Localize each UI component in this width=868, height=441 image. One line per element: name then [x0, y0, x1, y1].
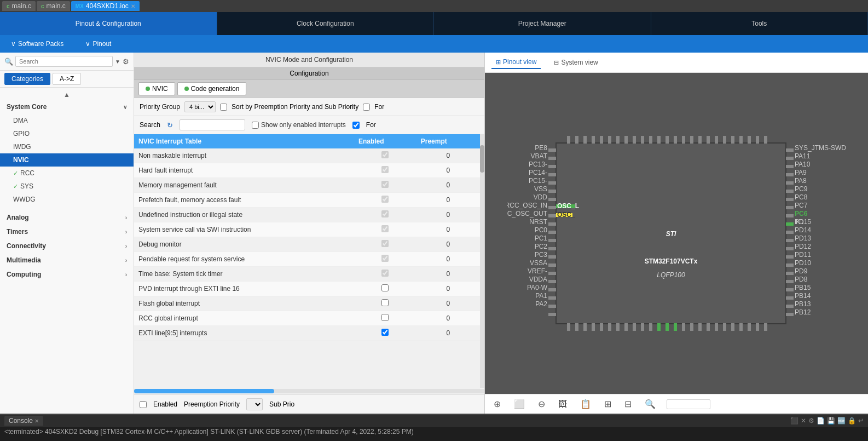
sidebar-tab-az[interactable]: A->Z	[53, 73, 81, 85]
svg-rect-86	[786, 231, 794, 234]
nav-tab-project[interactable]: Project Manager	[434, 12, 651, 35]
nav-tab-pinout[interactable]: Pinout & Configuration	[0, 12, 217, 35]
enabled-cell[interactable]	[354, 267, 416, 282]
search-input[interactable]	[15, 56, 113, 67]
content-area: 🔍 ▼ ⚙ Categories A->Z ▲ System Core ∨ DM…	[0, 53, 868, 414]
fit-view-icon[interactable]: ⬜	[512, 398, 527, 410]
enabled-cell[interactable]	[354, 252, 416, 267]
settings-icon[interactable]: ⚙	[123, 58, 129, 66]
export-image-icon[interactable]: 🖼	[556, 398, 569, 410]
enabled-checkbox[interactable]	[381, 329, 389, 336]
console-copy-icon[interactable]: 📄	[817, 417, 825, 425]
pinout-search-input[interactable]	[667, 399, 710, 409]
enabled-checkbox[interactable]	[381, 196, 389, 203]
category-computing[interactable]: Computing ›	[0, 267, 134, 282]
console-save-icon[interactable]: 💾	[827, 417, 835, 425]
search-refresh-icon[interactable]: ↻	[167, 121, 173, 129]
category-analog[interactable]: Analog ›	[0, 210, 134, 225]
nav-tab-clock[interactable]: Clock Configuration	[217, 12, 435, 35]
horizontal-scrollbar[interactable]	[134, 389, 484, 393]
sidebar-item-sys[interactable]: ✓ SYS	[0, 180, 134, 193]
sidebar-item-iwdg[interactable]: IWDG	[0, 140, 134, 153]
scroll-up-button[interactable]: ▲	[0, 90, 134, 100]
enabled-cell[interactable]	[354, 237, 416, 252]
console-scroll-lock-icon[interactable]: 🔒	[848, 417, 856, 425]
svg-text:PA1: PA1	[535, 292, 547, 300]
main-panel-wrapper: NVIC Mode and Configuration Configuratio…	[134, 53, 485, 414]
enabled-checkbox[interactable]	[381, 166, 389, 173]
enabled-cell[interactable]	[354, 163, 416, 178]
pinout-tab-system[interactable]: ⊟ System view	[549, 56, 602, 68]
nvic-table-wrapper[interactable]: NVIC Interrupt Table Enabled Preempt Non…	[134, 134, 480, 388]
console-stop-icon[interactable]: ⬛	[790, 417, 798, 425]
svg-text:PD9: PD9	[795, 267, 808, 275]
enabled-checkbox[interactable]	[381, 284, 389, 291]
nav-tab-tools[interactable]: Tools	[651, 12, 869, 35]
console-new-icon[interactable]: 🆕	[837, 417, 846, 425]
sort-checkbox[interactable]	[220, 104, 227, 111]
console-clear-icon[interactable]: ✕	[801, 417, 806, 425]
pinout-tab-view[interactable]: ⊞ Pinout view	[491, 56, 541, 69]
enabled-cell[interactable]	[354, 311, 416, 326]
enabled-checkbox[interactable]	[381, 181, 389, 188]
enabled-cell[interactable]	[354, 178, 416, 193]
split-view-icon[interactable]: ⊞	[602, 398, 614, 410]
enabled-cell[interactable]	[354, 296, 416, 311]
search-filter-input[interactable]	[180, 119, 245, 130]
enabled-checkbox[interactable]	[381, 210, 389, 217]
enabled-checkbox[interactable]	[381, 314, 389, 321]
file-tab-main-c-1[interactable]: c main.c	[2, 1, 36, 11]
force-checkbox-2[interactable]	[352, 122, 360, 129]
sub-nav-pinout[interactable]: ∨ Pinout	[85, 40, 111, 48]
config-tab-nvic[interactable]: NVIC	[138, 82, 175, 95]
console-wrap-icon[interactable]: ↵	[858, 417, 864, 425]
category-connectivity[interactable]: Connectivity ›	[0, 239, 134, 253]
sidebar-item-dma[interactable]: DMA	[0, 114, 134, 127]
priority-group-select[interactable]: 4 bi...	[184, 101, 216, 112]
file-tab-close-icon[interactable]: ✕	[131, 3, 135, 9]
enabled-cell[interactable]	[354, 193, 416, 208]
export-file-icon[interactable]: 📋	[578, 398, 593, 410]
dropdown-icon[interactable]: ▼	[115, 59, 120, 65]
enabled-cell[interactable]	[354, 282, 416, 296]
table-row: Non maskable interrupt0	[134, 148, 480, 163]
sidebar-tab-categories[interactable]: Categories	[4, 73, 50, 85]
file-tab-main-c-2[interactable]: c main.c	[37, 1, 70, 11]
file-tab-ioc[interactable]: MX 404SXKD1.ioc ✕	[71, 1, 140, 11]
zoom-in-icon[interactable]: ⊕	[491, 398, 503, 410]
category-multimedia[interactable]: Multimedia ›	[0, 253, 134, 267]
preempt-value: 0	[416, 222, 480, 237]
category-timers[interactable]: Timers ›	[0, 225, 134, 239]
console-close-icon[interactable]: ✕	[34, 418, 39, 424]
sub-nav-software-packs-label: Software Packs	[18, 40, 63, 48]
bottom-enabled-checkbox[interactable]	[140, 401, 147, 408]
sidebar-item-rcc[interactable]: ✓ RCC	[0, 167, 134, 180]
enabled-checkbox[interactable]	[381, 225, 389, 232]
category-system-core[interactable]: System Core ∨	[0, 100, 134, 114]
sidebar-item-nvic[interactable]: NVIC	[0, 153, 134, 167]
console-tab[interactable]: Console ✕	[4, 416, 43, 426]
show-enabled-checkbox[interactable]	[252, 122, 259, 129]
zoom-out-icon[interactable]: ⊖	[536, 398, 547, 410]
force-checkbox[interactable]	[363, 104, 370, 111]
enabled-cell[interactable]	[354, 326, 416, 341]
show-enabled-label[interactable]: Show only enabled interrupts	[252, 121, 346, 129]
enabled-checkbox[interactable]	[381, 151, 389, 158]
config-tab-code-gen[interactable]: Code generation	[177, 82, 247, 95]
svg-text:VBAT: VBAT	[531, 152, 548, 160]
panel-scrollbar[interactable]	[480, 134, 484, 388]
enabled-cell[interactable]	[354, 148, 416, 163]
compare-icon[interactable]: ⊟	[622, 398, 634, 410]
enabled-checkbox[interactable]	[381, 270, 389, 277]
console-settings-icon[interactable]: ⚙	[808, 417, 814, 425]
search-icon-pinout[interactable]: 🔍	[643, 398, 658, 410]
enabled-checkbox[interactable]	[381, 255, 389, 262]
sub-nav-software-packs[interactable]: ∨ Software Packs	[11, 40, 63, 48]
bottom-preemption-select[interactable]	[246, 398, 263, 410]
enabled-cell[interactable]	[354, 208, 416, 222]
enabled-checkbox[interactable]	[381, 299, 389, 306]
enabled-cell[interactable]	[354, 222, 416, 237]
enabled-checkbox[interactable]	[381, 240, 389, 247]
sidebar-item-gpio[interactable]: GPIO	[0, 127, 134, 140]
sidebar-item-wwdg[interactable]: WWDG	[0, 193, 134, 206]
